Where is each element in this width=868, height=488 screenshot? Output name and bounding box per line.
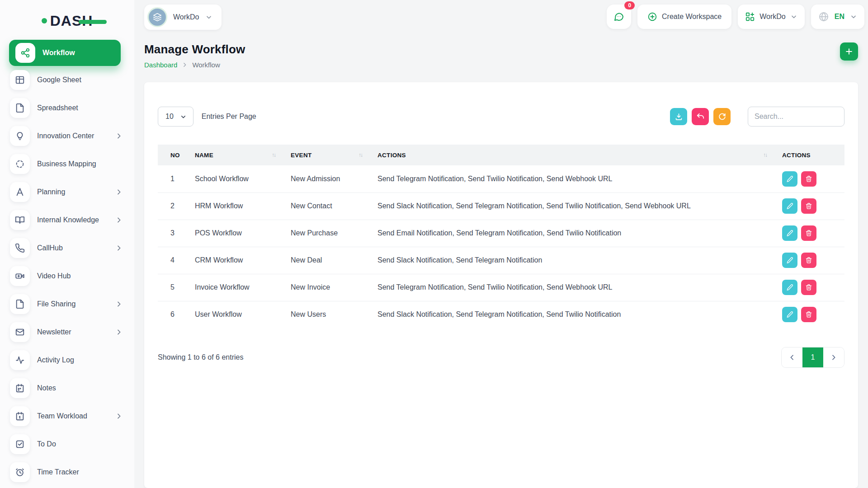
delete-button[interactable] — [801, 225, 816, 241]
sidebar-item-google-sheet[interactable]: Google Sheet — [0, 66, 134, 94]
cell-no: 5 — [158, 274, 190, 301]
search-input[interactable] — [748, 107, 844, 127]
create-workspace-button[interactable]: Create Workspace — [637, 5, 731, 29]
table-header: NO NAME↑↓ EVENT↑↓ ACTIONS↑↓ ACTIONS — [158, 145, 844, 165]
chevron-left-icon — [788, 354, 796, 361]
sidebar-item-innovation-center[interactable]: Innovation Center — [0, 122, 134, 150]
sidebar-item-label: CallHub — [37, 244, 108, 252]
delete-button[interactable] — [801, 171, 816, 187]
edit-button[interactable] — [782, 253, 797, 268]
sidebar-item-newsletter[interactable]: Newsletter — [0, 318, 134, 346]
cell-event: New Contact — [286, 192, 373, 220]
cell-actions: Send Telegram Notification, Send Twilio … — [373, 274, 778, 301]
delete-button[interactable] — [801, 198, 816, 214]
breadcrumb-dashboard-link[interactable]: Dashboard — [144, 61, 177, 69]
chevron-down-icon — [205, 14, 212, 21]
ruler-triangle-icon — [10, 182, 30, 202]
entries-per-page-select[interactable]: 10 — [158, 107, 193, 127]
breadcrumb: Dashboard Workflow — [144, 61, 245, 69]
delete-button[interactable] — [801, 280, 816, 295]
sidebar-item-label: To Do — [37, 440, 123, 448]
table-row: 1 School Workflow New Admission Send Tel… — [158, 165, 844, 192]
app-menu-dropdown[interactable]: WorkDo — [738, 5, 805, 29]
sidebar: DASH Workflow Google Sheet Spreadsheet — [0, 0, 134, 488]
cell-no: 6 — [158, 301, 190, 328]
sidebar-item-workflow[interactable]: Workflow — [9, 40, 121, 66]
messages-button[interactable]: 0 — [607, 5, 631, 29]
refresh-icon — [718, 113, 726, 121]
sidebar-item-activity-log[interactable]: Activity Log — [0, 346, 134, 374]
cell-actions: Send Slack Notification, Send Telegram N… — [373, 301, 778, 328]
sidebar-item-business-mapping[interactable]: Business Mapping — [0, 150, 134, 178]
workflow-table: NO NAME↑↓ EVENT↑↓ ACTIONS↑↓ ACTIONS 1 — [158, 145, 844, 328]
cell-no: 4 — [158, 247, 190, 274]
brand-logo: DASH — [0, 8, 134, 33]
dashed-circle-icon — [10, 154, 30, 174]
sidebar-item-to-do[interactable]: To Do — [0, 430, 134, 458]
sidebar-item-label: Google Sheet — [37, 76, 123, 84]
sidebar-item-file-sharing[interactable]: File Sharing — [0, 290, 134, 318]
export-download-button[interactable] — [670, 108, 687, 125]
chevron-right-icon — [182, 62, 188, 68]
sidebar-item-team-workload[interactable]: Team Workload — [0, 402, 134, 430]
reset-undo-button[interactable] — [692, 108, 709, 125]
column-header-no: NO — [158, 145, 190, 165]
sidebar-item-callhub[interactable]: CallHub — [0, 234, 134, 262]
sidebar-item-video-hub[interactable]: Video Hub — [0, 262, 134, 290]
sidebar-item-notes[interactable]: Notes — [0, 374, 134, 402]
add-workflow-button[interactable] — [840, 42, 858, 61]
sidebar-item-label: Planning — [37, 188, 108, 196]
sidebar-item-time-tracker[interactable]: Time Tracker — [0, 458, 134, 486]
language-selector[interactable]: EN — [811, 5, 864, 29]
book-open-icon — [10, 210, 30, 230]
table-row: 2 HRM Workflow New Contact Send Slack No… — [158, 192, 844, 220]
download-icon — [675, 113, 683, 121]
sidebar-item-internal-knowledge[interactable]: Internal Knowledge — [0, 206, 134, 234]
sidebar-item-label: File Sharing — [37, 300, 108, 308]
workspace-switcher[interactable]: WorkDo — [144, 5, 222, 30]
cell-event: New Invoice — [286, 274, 373, 301]
previous-page-button[interactable] — [782, 347, 802, 367]
undo-arrow-icon — [696, 113, 705, 121]
sort-icon[interactable]: ↑↓ — [763, 152, 773, 158]
edit-button[interactable] — [782, 280, 797, 295]
sidebar-item-label: Activity Log — [37, 356, 123, 364]
sidebar-item-label: Video Hub — [37, 272, 123, 280]
sidebar-item-spreadsheet[interactable]: Spreadsheet — [0, 94, 134, 122]
next-page-button[interactable] — [823, 347, 844, 367]
phone-icon — [10, 238, 30, 258]
trash-icon — [805, 311, 812, 318]
edit-button[interactable] — [782, 171, 797, 187]
chevron-down-icon — [790, 13, 797, 20]
cell-name: User Workflow — [190, 301, 286, 328]
breadcrumb-current: Workflow — [192, 61, 220, 69]
chevron-right-icon — [115, 132, 123, 140]
cell-name: Invoice Workflow — [190, 274, 286, 301]
video-camera-icon — [10, 266, 30, 286]
cell-name: CRM Workflow — [190, 247, 286, 274]
globe-icon — [818, 11, 829, 22]
create-workspace-label: Create Workspace — [662, 13, 722, 21]
edit-button[interactable] — [782, 198, 797, 214]
trash-icon — [805, 175, 812, 183]
refresh-button[interactable] — [713, 108, 731, 125]
lightbulb-icon — [10, 126, 30, 146]
edit-button[interactable] — [782, 225, 797, 241]
sort-icon[interactable]: ↑↓ — [272, 152, 282, 158]
sidebar-item-label: Newsletter — [37, 328, 108, 336]
delete-button[interactable] — [801, 307, 816, 322]
current-page[interactable]: 1 — [802, 347, 823, 367]
entries-per-page-label: Entries Per Page — [202, 113, 256, 121]
notes-calendar-icon — [10, 378, 30, 398]
entries-summary: Showing 1 to 6 of 6 entries — [158, 353, 243, 361]
cell-actions: Send Telegram Notification, Send Twilio … — [373, 165, 778, 192]
logo-dash-bar — [79, 20, 107, 24]
delete-button[interactable] — [801, 253, 816, 268]
edit-button[interactable] — [782, 307, 797, 322]
chevron-right-icon — [115, 413, 123, 420]
pencil-icon — [786, 284, 793, 291]
sort-icon[interactable]: ↑↓ — [359, 152, 368, 158]
controls-right — [670, 107, 844, 127]
sidebar-item-planning[interactable]: Planning — [0, 178, 134, 206]
sidebar-item-label: Time Tracker — [37, 468, 123, 476]
